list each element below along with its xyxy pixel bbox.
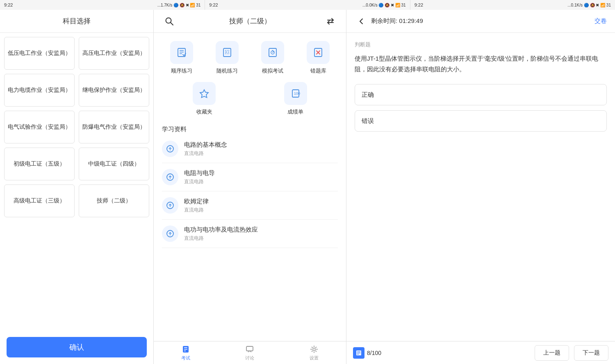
next-button[interactable]: 下一题 [574, 345, 608, 361]
question-header-left: 剩余时间: 01:29:49 [355, 15, 423, 28]
study-name-1: 电阻与电导 [184, 169, 215, 177]
subject-item-2[interactable]: 电力电缆作业（安监局） [4, 74, 75, 107]
practice-item-score[interactable]: 100 成绩单 [253, 82, 338, 116]
practice-item-mock[interactable]: 模拟考试 [253, 41, 292, 75]
nav-settings[interactable]: 设置 [282, 341, 346, 364]
practice-title: 技师（二级） [229, 16, 271, 26]
subject-item-9[interactable]: 技师（二级） [79, 184, 149, 217]
errors-label: 错题库 [310, 67, 326, 75]
bottom-nav: 考试 讨论 设置 [154, 341, 346, 364]
question-body: 判断题 使用JT-1型晶体管图示仪，当阶梯选择开关置于'毫安/级'位置时，阶梯信… [346, 33, 615, 341]
favorites-label: 收藏夹 [196, 108, 212, 116]
subject-item-7[interactable]: 中级电工证（四级） [79, 148, 149, 180]
nav-settings-label: 设置 [310, 355, 319, 361]
study-sub-3: 直流电路 [184, 235, 258, 242]
back-button[interactable] [355, 15, 368, 28]
section-title: 学习资料 [154, 122, 346, 135]
search-button[interactable] [162, 14, 177, 29]
study-name-0: 电路的基本概念 [184, 141, 227, 149]
practice-item-errors[interactable]: 错题库 [299, 41, 338, 75]
study-item-1[interactable]: 电阻与电导 直流电路 [162, 163, 338, 191]
study-text-3: 电功与电功率及电流热效应 直流电路 [184, 226, 258, 242]
prev-button[interactable]: 上一题 [535, 345, 569, 361]
study-icon-2 [162, 197, 178, 214]
panel-subject: 科目选择 低压电工作业（安监局） 高压电工作业（安监局） 电力电缆作业（安监局）… [0, 10, 154, 364]
subject-item-1[interactable]: 高压电工作业（安监局） [79, 37, 149, 70]
svg-line-13 [273, 51, 274, 52]
study-sub-2: 直流电路 [184, 207, 209, 214]
study-item-0[interactable]: 电路的基本概念 直流电路 [162, 135, 338, 163]
svg-point-34 [313, 348, 315, 350]
question-text: 使用JT-1型晶体管图示仪，当阶梯选择开关置于'毫安/级'位置时，阶梯信号不会通… [355, 53, 607, 74]
nav-exam[interactable]: 考试 [154, 341, 218, 364]
status-bar-3: 9:22 ...0.1K/s 🔵 🔕 ✖ 📶 31 [410, 0, 615, 10]
random-icon-box [216, 41, 239, 64]
panel-practice: 技师（二级） [154, 10, 346, 364]
errors-icon-box [307, 41, 330, 64]
favorites-icon-box [193, 82, 216, 105]
mock-label: 模拟考试 [262, 67, 283, 75]
practice-item-favorites[interactable]: 收藏夹 [162, 82, 247, 116]
study-text-1: 电阻与电导 直流电路 [184, 169, 215, 185]
answer-option-1[interactable]: 错误 [355, 110, 607, 132]
score-label: 成绩单 [287, 108, 303, 116]
subject-title: 科目选择 [63, 16, 91, 26]
score-icon-box: 100 [284, 82, 307, 105]
status-bars: 9:22 ...1.7K/s 🔵 🔕 ✖ 📶 31 9:22 ...0.0K/s… [0, 0, 615, 10]
study-list: 电路的基本概念 直流电路 电阻与电导 直流电路 [154, 135, 346, 341]
mock-icon-box [261, 41, 284, 64]
study-name-3: 电功与电功率及电流热效应 [184, 226, 258, 234]
nav-exam-label: 考试 [181, 355, 190, 361]
sequential-icon-box [170, 41, 193, 64]
svg-rect-6 [223, 48, 231, 57]
practice-grid2: 收藏夹 100 成绩单 [154, 82, 346, 122]
practice-item-sequential[interactable]: 顺序练习 [162, 41, 201, 75]
progress-text: 8/100 [367, 350, 381, 356]
subject-header: 科目选择 [0, 10, 153, 33]
confirm-button[interactable]: 确认 [7, 337, 147, 357]
svg-text:100: 100 [294, 91, 300, 96]
main-content: 科目选择 低压电工作业（安监局） 高压电工作业（安监局） 电力电缆作业（安监局）… [0, 10, 615, 364]
study-icon-0 [162, 141, 178, 157]
answer-option-0[interactable]: 正确 [355, 84, 607, 105]
practice-grid: 顺序练习 随机练习 [154, 33, 346, 79]
question-footer: 8/100 上一题 下一题 [346, 341, 615, 364]
subject-item-5[interactable]: 防爆电气作业（安监局） [79, 111, 149, 143]
study-icon-3 [162, 225, 178, 242]
time-3: 9:22 [415, 2, 423, 7]
subject-item-6[interactable]: 初级电工证（五级） [4, 148, 75, 180]
submit-button[interactable]: 交卷 [594, 17, 607, 25]
study-name-2: 欧姆定律 [184, 198, 209, 205]
study-sub-1: 直流电路 [184, 178, 215, 185]
info-2: ...0.0K/s 🔵 🔕 ✖ 📶 31 [362, 3, 406, 7]
svg-marker-18 [200, 90, 208, 98]
question-type: 判断题 [355, 41, 607, 48]
card-indicator[interactable]: 8/100 [353, 347, 530, 359]
panel-question: 剩余时间: 01:29:49 交卷 判断题 使用JT-1型晶体管图示仪，当阶梯选… [346, 10, 615, 364]
card-icon [353, 347, 364, 359]
status-bar-1: 9:22 ...1.7K/s 🔵 🔕 ✖ 📶 31 [0, 0, 205, 10]
subject-item-0[interactable]: 低压电工作业（安监局） [4, 37, 75, 70]
subject-item-4[interactable]: 电气试验作业（安监局） [4, 111, 75, 143]
time-remaining: 剩余时间: 01:29:49 [371, 17, 423, 25]
info-1: ...1.7K/s 🔵 🔕 ✖ 📶 31 [157, 3, 201, 7]
random-label: 随机练习 [216, 67, 238, 75]
subject-item-3[interactable]: 继电保护作业（安监局） [79, 74, 149, 107]
nav-discuss-label: 讨论 [245, 355, 254, 361]
study-item-3[interactable]: 电功与电功率及电流热效应 直流电路 [162, 220, 338, 248]
sequential-label: 顺序练习 [171, 67, 192, 75]
transfer-button[interactable] [323, 14, 338, 29]
time-1: 9:22 [4, 2, 13, 7]
study-item-2[interactable]: 欧姆定律 直流电路 [162, 191, 338, 220]
subject-item-8[interactable]: 高级电工证（三级） [4, 184, 75, 217]
confirm-btn-area: 确认 [0, 330, 153, 364]
status-bar-2: 9:22 ...0.0K/s 🔵 🔕 ✖ 📶 31 [205, 0, 410, 10]
info-3: ...0.1K/s 🔵 🔕 ✖ 📶 31 [567, 3, 611, 7]
study-text-2: 欧姆定律 直流电路 [184, 198, 209, 214]
study-icon-1 [162, 169, 178, 185]
svg-line-1 [171, 23, 173, 25]
subject-grid: 低压电工作业（安监局） 高压电工作业（安监局） 电力电缆作业（安监局） 继电保护… [0, 33, 153, 330]
time-2: 9:22 [209, 2, 218, 7]
nav-discuss[interactable]: 讨论 [218, 341, 282, 364]
practice-item-random[interactable]: 随机练习 [207, 41, 246, 75]
